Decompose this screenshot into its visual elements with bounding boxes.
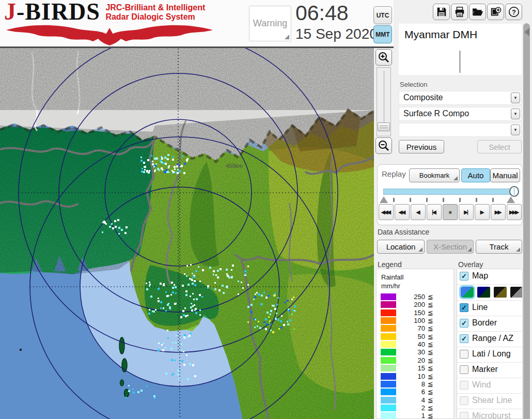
rain-cell: [190, 306, 192, 308]
auto-button[interactable]: Auto: [461, 168, 490, 182]
combo-product-group[interactable]: Composite ▼: [399, 91, 522, 105]
overlay-item-label: Shear Line: [472, 396, 512, 405]
replay-slider-thumb[interactable]: [509, 186, 519, 197]
rain-cell: [196, 298, 198, 300]
map-style-swatch-2[interactable]: [477, 287, 490, 298]
rain-cell: [163, 343, 164, 344]
jump-start-button[interactable]: ◀◀◀: [379, 204, 394, 220]
zoom-in-button[interactable]: [375, 49, 392, 66]
rain-cell: [171, 282, 173, 284]
combo-product-extra-arrow[interactable]: ▼: [511, 125, 520, 135]
open-folder-button[interactable]: [469, 4, 486, 20]
rain-cell: [140, 160, 143, 162]
rain-cell: [276, 313, 277, 314]
slider-tick: [476, 198, 477, 202]
overlay-item-range-az: ✓Range / AZ: [457, 332, 522, 347]
rain-cell: [289, 310, 290, 312]
rain-cell: [247, 321, 249, 323]
rain-cell: [185, 294, 187, 296]
overlay-checkbox[interactable]: ✓: [460, 272, 468, 281]
warning-label: Warning: [253, 18, 287, 29]
fast-rewind-button[interactable]: ◀◀: [395, 204, 410, 220]
save-button[interactable]: [433, 4, 450, 20]
panel-scrollbar[interactable]: [523, 23, 530, 419]
add-image-button[interactable]: [487, 4, 504, 20]
rain-cell: [291, 313, 293, 315]
jbirds-app: J-BIRDS JRC-Brilliant & Intelligent Rada…: [0, 0, 532, 419]
step-back-button[interactable]: |◀: [427, 204, 442, 220]
bookmark-button[interactable]: Bookmark: [409, 168, 460, 182]
play-button[interactable]: ▶: [475, 204, 490, 220]
rain-cell: [274, 293, 276, 294]
header-bar: J-BIRDS JRC-Brilliant & Intelligent Rada…: [0, 0, 394, 48]
previous-button[interactable]: Previous: [399, 140, 444, 153]
combo-product-type[interactable]: Surface R Compo ▼: [399, 107, 522, 121]
utc-button[interactable]: UTC: [373, 6, 392, 24]
rain-cell: [166, 171, 168, 173]
zoom-out-button[interactable]: [375, 137, 392, 154]
slider-end-marker[interactable]: [507, 196, 515, 203]
rain-cell: [181, 350, 182, 351]
legend-entry: 15≦: [377, 364, 453, 372]
stop-button[interactable]: ■: [443, 204, 458, 220]
jump-end-button[interactable]: ▶▶▶: [507, 204, 522, 220]
location-button[interactable]: Location: [377, 240, 425, 254]
rain-cell: [189, 278, 191, 280]
combo-product-group-arrow[interactable]: ▼: [511, 92, 520, 103]
radar-map[interactable]: 450km: [0, 48, 374, 419]
warning-button[interactable]: Warning: [249, 6, 291, 41]
step-forward-button[interactable]: ▶|: [459, 204, 474, 220]
rain-cell: [133, 392, 135, 394]
map-style-swatch-4[interactable]: [510, 287, 523, 298]
combo-product-extra[interactable]: ▼: [399, 123, 522, 137]
print-button[interactable]: [451, 4, 468, 20]
overlay-checkbox[interactable]: ✓: [460, 303, 468, 312]
overlay-checkbox[interactable]: [460, 365, 468, 374]
rain-cell: [179, 170, 181, 173]
rain-cell: [182, 310, 184, 312]
legend-lte-symbol: ≦: [428, 396, 433, 404]
panel-collapse-arrow[interactable]: [524, 28, 529, 36]
rain-cell: [165, 291, 167, 293]
rain-cell: [231, 277, 232, 278]
legend-entry: 250≦: [377, 293, 453, 301]
mmt-button[interactable]: MMT: [373, 25, 392, 43]
slider-start-marker[interactable]: [380, 196, 388, 203]
fast-forward-button[interactable]: ▶▶: [491, 204, 506, 220]
map-style-swatch-3[interactable]: [494, 287, 507, 298]
overlay-checkbox[interactable]: ✓: [460, 334, 468, 343]
rain-cell: [190, 264, 192, 266]
legend-value: 10: [398, 373, 425, 380]
rain-cell: [158, 298, 159, 299]
rain-cell: [268, 316, 270, 318]
overlay-checkbox[interactable]: ✓: [460, 319, 468, 328]
map-style-swatch-1[interactable]: [461, 287, 474, 298]
overlay-label: Overlay: [458, 260, 483, 269]
rain-cell: [167, 304, 169, 306]
data-assistance-label: Data Assistance: [378, 228, 429, 236]
rain-cell: [199, 294, 201, 296]
overlay-checkbox[interactable]: [460, 350, 468, 359]
legend-color-swatch: [381, 325, 396, 332]
rain-cell: [160, 301, 162, 303]
replay-slider-track[interactable]: [383, 189, 518, 195]
select-button[interactable]: Select: [477, 140, 522, 153]
rain-cell: [213, 274, 214, 275]
rain-cell: [165, 373, 167, 375]
map-zoom-slider[interactable]: [377, 67, 391, 136]
rain-cell: [177, 169, 179, 170]
rain-cell: [255, 293, 256, 295]
x-section-button[interactable]: X-Section: [427, 240, 474, 254]
help-button[interactable]: ?: [505, 4, 522, 20]
play-reverse-button[interactable]: ◀: [411, 204, 426, 220]
manual-button[interactable]: Manual: [490, 168, 520, 182]
rain-cell: [189, 363, 191, 365]
overlay-item-label: Lati / Long: [472, 349, 511, 359]
rain-cell: [232, 265, 234, 267]
map-zoom-slider-thumb[interactable]: [378, 122, 390, 131]
rain-cell: [183, 336, 185, 338]
combo-product-type-arrow[interactable]: ▼: [511, 108, 520, 119]
track-button[interactable]: Track: [476, 240, 522, 254]
rain-cell: [155, 163, 157, 165]
rain-cell: [165, 347, 166, 349]
